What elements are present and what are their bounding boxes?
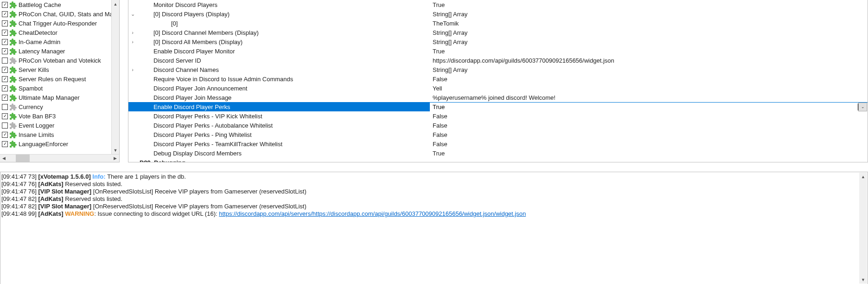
property-value[interactable]: String[] Array <box>430 66 868 73</box>
console-scrollbar-v[interactable]: ▲ ▼ <box>859 173 867 284</box>
plugin-checkbox[interactable] <box>2 95 8 101</box>
expand-toggle[interactable]: ⌄ <box>128 160 137 163</box>
property-value[interactable]: True <box>430 48 868 55</box>
scroll-down-icon[interactable]: ▼ <box>859 276 867 284</box>
property-row[interactable]: Discord Player Join AnnouncementYell <box>128 84 868 93</box>
property-key[interactable]: Monitor Discord Players <box>137 1 430 8</box>
expand-toggle[interactable]: ⌄ <box>128 11 137 17</box>
property-value[interactable]: False <box>430 131 868 138</box>
property-value[interactable]: False <box>430 141 868 148</box>
property-row[interactable]: Discord Player Perks - TeamKillTracker W… <box>128 139 868 148</box>
property-value[interactable]: String[] Array <box>430 11 868 18</box>
property-key[interactable]: Debug Display Discord Members <box>137 150 430 157</box>
plugin-row[interactable]: Spambot <box>0 84 119 93</box>
property-value[interactable]: False <box>430 113 868 120</box>
plugin-checkbox[interactable] <box>2 11 8 17</box>
scroll-up-icon[interactable]: ▲ <box>112 0 119 8</box>
plugin-checkbox[interactable] <box>2 132 8 138</box>
property-row[interactable]: ›[0] Discord Channel Members (Display)St… <box>128 28 868 37</box>
property-value[interactable]: True <box>430 1 868 8</box>
plugin-row[interactable]: LanguageEnforcer <box>0 139 119 148</box>
plugin-checkbox[interactable] <box>2 58 8 64</box>
property-row[interactable]: Monitor Discord PlayersTrue <box>128 0 868 9</box>
property-key[interactable]: Discord Player Perks - Autobalance White… <box>137 122 430 129</box>
property-value[interactable]: https://discordapp.com/api/guilds/600377… <box>430 57 868 64</box>
property-key[interactable]: Discord Channel Names <box>137 66 430 73</box>
plugin-row[interactable]: CheatDetector <box>0 28 119 37</box>
property-value-editor[interactable]: True⌄ <box>430 103 868 111</box>
property-row[interactable]: Debug Display Discord MembersTrue <box>128 148 868 158</box>
property-value[interactable]: False <box>430 76 868 83</box>
plugin-row[interactable]: Battlelog Cache <box>0 0 119 9</box>
property-key[interactable]: Discord Player Join Announcement <box>137 85 430 92</box>
property-row[interactable]: ⌄D99. Debugging <box>128 158 868 162</box>
property-key[interactable]: Discord Player Perks - VIP Kick Whitelis… <box>137 113 430 120</box>
expand-toggle[interactable]: › <box>128 39 137 45</box>
plugin-checkbox[interactable] <box>2 2 8 8</box>
plugin-row[interactable]: PRoCon Voteban and Votekick <box>0 56 119 65</box>
plugin-row[interactable]: In-Game Admin <box>0 37 119 46</box>
plugin-row[interactable]: Chat Trigger Auto-Responder <box>0 19 119 28</box>
plugin-row[interactable]: Ultimate Map Manager <box>0 93 119 102</box>
property-key[interactable]: [0] Discord Channel Members (Display) <box>137 29 430 36</box>
property-key[interactable]: Require Voice in Discord to Issue Admin … <box>137 76 430 83</box>
property-value[interactable]: Yell <box>430 85 868 92</box>
scroll-thumb[interactable] <box>16 155 30 162</box>
scroll-down-icon[interactable]: ▼ <box>112 146 119 154</box>
dropdown-button[interactable]: ⌄ <box>858 103 867 111</box>
property-key[interactable]: [0] Discord Players (Display) <box>137 11 430 18</box>
property-key[interactable]: Discord Server ID <box>137 57 430 64</box>
property-key[interactable]: Discord Player Join Message <box>137 94 430 101</box>
plugin-checkbox[interactable] <box>2 20 8 26</box>
plugin-list-scrollbar-h[interactable]: ◀ ▶ <box>0 154 119 162</box>
property-row[interactable]: Discord Player Perks - Autobalance White… <box>128 121 868 130</box>
property-value[interactable]: False <box>430 122 868 129</box>
console-link[interactable]: https://discordapp.com/api/servers/https… <box>219 210 526 217</box>
property-row[interactable]: Discord Player Perks - VIP Kick Whitelis… <box>128 111 868 121</box>
plugin-list-scrollbar-v[interactable]: ▲ ▼ <box>111 0 119 154</box>
property-row[interactable]: Enable Discord Player MonitorTrue <box>128 46 868 56</box>
property-row[interactable]: Discord Server IDhttps://discordapp.com/… <box>128 56 868 65</box>
property-key[interactable]: Discord Player Perks - TeamKillTracker W… <box>137 141 430 148</box>
plugin-checkbox[interactable] <box>2 39 8 45</box>
plugin-checkbox[interactable] <box>2 76 8 82</box>
scroll-right-icon[interactable]: ▶ <box>111 155 119 162</box>
plugin-row[interactable]: Insane Limits <box>0 130 119 139</box>
property-row[interactable]: ⌄[0] Discord Players (Display)String[] A… <box>128 9 868 19</box>
property-value[interactable]: True <box>430 150 868 157</box>
property-value[interactable]: True <box>430 103 858 110</box>
property-row[interactable]: Discord Player Join Message%playeruserna… <box>128 93 868 102</box>
plugin-row[interactable]: Server Kills <box>0 65 119 74</box>
plugin-checkbox[interactable] <box>2 30 8 36</box>
plugin-row[interactable]: Event Logger <box>0 121 119 130</box>
plugin-checkbox[interactable] <box>2 85 8 91</box>
expand-toggle[interactable]: › <box>128 30 137 35</box>
plugin-checkbox[interactable] <box>2 123 8 129</box>
plugin-row[interactable]: PRoCon Chat, GUID, Stats and Map <box>0 9 119 19</box>
property-key[interactable]: D99. Debugging <box>137 159 430 163</box>
property-key[interactable]: Discord Player Perks - Ping Whitelist <box>137 131 430 138</box>
scroll-left-icon[interactable]: ◀ <box>0 155 8 162</box>
plugin-row[interactable]: Server Rules on Request <box>0 74 119 84</box>
expand-toggle[interactable]: › <box>128 67 137 72</box>
property-key[interactable]: Enable Discord Player Monitor <box>137 48 430 55</box>
property-row[interactable]: [0]TheTomik <box>128 19 868 28</box>
property-value[interactable]: String[] Array <box>430 29 868 36</box>
property-value[interactable]: String[] Array <box>430 39 868 45</box>
plugin-checkbox[interactable] <box>2 48 8 54</box>
property-key[interactable]: [0] <box>137 20 430 27</box>
plugin-checkbox[interactable] <box>2 141 8 147</box>
plugin-checkbox[interactable] <box>2 104 8 110</box>
property-value[interactable]: %playerusername% joined discord! Welcome… <box>430 94 868 101</box>
property-row[interactable]: Discord Player Perks - Ping WhitelistFal… <box>128 130 868 139</box>
plugin-row[interactable]: Currency <box>0 102 119 111</box>
property-row[interactable]: ›[0] Discord All Members (Display)String… <box>128 37 868 46</box>
plugin-checkbox[interactable] <box>2 67 8 73</box>
property-key[interactable]: Enable Discord Player Perks <box>137 103 430 110</box>
property-row[interactable]: ›Discord Channel NamesString[] Array <box>128 65 868 74</box>
property-row[interactable]: Enable Discord Player PerksTrue⌄ <box>128 102 868 111</box>
property-row[interactable]: Require Voice in Discord to Issue Admin … <box>128 74 868 84</box>
scroll-up-icon[interactable]: ▲ <box>859 173 867 181</box>
plugin-checkbox[interactable] <box>2 113 8 119</box>
plugin-row[interactable]: Latency Manager <box>0 46 119 56</box>
